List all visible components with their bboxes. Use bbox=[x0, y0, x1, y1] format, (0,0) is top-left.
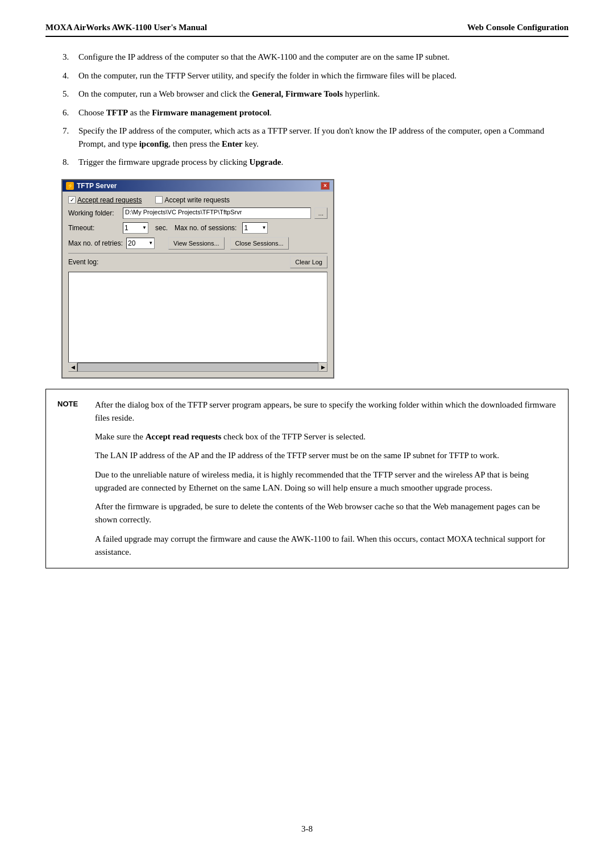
list-num-8: 8. bbox=[63, 156, 78, 169]
tftp-working-folder-row: Working folder: D:\My Projects\VC Projec… bbox=[68, 207, 327, 219]
list-num-6: 6. bbox=[63, 106, 78, 119]
note-para-5: After the firmware is upgraded, be sure … bbox=[95, 500, 557, 527]
sec-label: sec. bbox=[155, 224, 168, 232]
event-log-area bbox=[68, 272, 327, 363]
note-para-6: A failed upgrade may corrupt the firmwar… bbox=[95, 533, 557, 559]
list-text-3: Configure the IP address of the computer… bbox=[78, 51, 569, 64]
working-folder-value: D:\My Projects\VC Projects\TFTP\TftpSrvr bbox=[125, 209, 242, 215]
tftp-close-button[interactable]: × bbox=[321, 182, 330, 190]
max-sessions-dropdown[interactable]: 1 ▼ bbox=[242, 222, 268, 234]
tftp-body: ✓ Accept read requests Accept write requ… bbox=[63, 192, 333, 377]
note-box: NOTE After the dialog box of the TFTP se… bbox=[45, 389, 569, 569]
scroll-left-button[interactable]: ◀ bbox=[68, 363, 77, 372]
page-footer: 3-8 bbox=[45, 824, 569, 834]
timeout-dropdown[interactable]: 1 ▼ bbox=[123, 222, 148, 234]
list-item-7: 7. Specify the IP address of the compute… bbox=[63, 124, 569, 150]
accept-read-checkbox[interactable]: ✓ bbox=[68, 196, 76, 203]
timeout-label: Timeout: bbox=[68, 224, 119, 232]
tftp-separator bbox=[68, 253, 327, 254]
page-header: MOXA AirWorks AWK-1100 User's Manual Web… bbox=[45, 23, 569, 37]
tftp-scrollbar-row: ◀ ▶ bbox=[68, 363, 327, 372]
list-num-4: 4. bbox=[63, 69, 78, 82]
header-right: Web Console Configuration bbox=[467, 23, 569, 32]
list-item-3: 3. Configure the IP address of the compu… bbox=[63, 51, 569, 64]
accept-write-checkbox[interactable] bbox=[155, 196, 163, 203]
list-text-6: Choose TFTP as the Firmware management p… bbox=[78, 106, 569, 119]
note-para-3: The LAN IP address of the AP and the IP … bbox=[95, 449, 557, 462]
clear-log-button[interactable]: Clear Log bbox=[290, 256, 327, 268]
list-item-6: 6. Choose TFTP as the Firmware managemen… bbox=[63, 106, 569, 119]
tftp-title: TFTP Server bbox=[77, 182, 117, 190]
working-folder-input[interactable]: D:\My Projects\VC Projects\TFTP\TftpSrvr bbox=[123, 207, 311, 219]
accept-read-text: Accept read requests bbox=[77, 196, 142, 204]
list-text-7: Specify the IP address of the computer, … bbox=[78, 124, 569, 150]
page-number: 3-8 bbox=[301, 824, 313, 833]
browse-button[interactable]: ... bbox=[314, 207, 327, 219]
note-content: After the dialog box of the TFTP server … bbox=[95, 398, 557, 559]
note-para-4: Due to the unreliable nature of wireless… bbox=[95, 468, 557, 495]
list-item-5: 5. On the computer, run a Web browser an… bbox=[63, 88, 569, 101]
close-sessions-button[interactable]: Close Sessions... bbox=[230, 237, 289, 250]
scroll-right-button[interactable]: ▶ bbox=[318, 363, 327, 372]
list-item-4: 4. On the computer, run the TFTP Server … bbox=[63, 69, 569, 82]
accept-write-text: Accept write requests bbox=[164, 196, 230, 204]
list-num-3: 3. bbox=[63, 51, 78, 64]
note-label: NOTE bbox=[57, 400, 86, 408]
header-left: MOXA AirWorks AWK-1100 User's Manual bbox=[45, 23, 207, 32]
tftp-app-icon: ⚡ bbox=[66, 182, 74, 190]
tftp-max-retries-row: Max no. of retries: 20 ▼ View Sessions..… bbox=[68, 237, 327, 250]
note-para-2: Make sure the Accept read requests check… bbox=[95, 430, 557, 443]
scroll-track[interactable] bbox=[77, 363, 318, 372]
max-retries-label: Max no. of retries: bbox=[68, 239, 123, 247]
instructions-list: 3. Configure the IP address of the compu… bbox=[63, 51, 569, 169]
tftp-timeout-row: Timeout: 1 ▼ sec. Max no. of sessions: 1… bbox=[68, 222, 327, 234]
page: MOXA AirWorks AWK-1100 User's Manual Web… bbox=[0, 0, 614, 868]
max-sessions-value: 1 bbox=[244, 224, 248, 232]
tftp-dialog: ⚡ TFTP Server × ✓ Accept read requests A… bbox=[61, 179, 334, 379]
list-item-8: 8. Trigger the firmware upgrade process … bbox=[63, 156, 569, 169]
max-sessions-label: Max no. of sessions: bbox=[175, 224, 237, 232]
tftp-checkboxes-row: ✓ Accept read requests Accept write requ… bbox=[68, 196, 327, 204]
note-para-1: After the dialog box of the TFTP server … bbox=[95, 398, 557, 425]
accept-read-label[interactable]: ✓ Accept read requests bbox=[68, 196, 142, 204]
list-text-8: Trigger the firmware upgrade process by … bbox=[78, 156, 569, 169]
max-retries-arrow: ▼ bbox=[148, 240, 153, 246]
list-num-7: 7. bbox=[63, 124, 78, 138]
working-folder-label: Working folder: bbox=[68, 209, 119, 217]
event-log-label: Event log: bbox=[68, 258, 98, 266]
max-sessions-arrow: ▼ bbox=[262, 225, 266, 230]
view-sessions-button[interactable]: View Sessions... bbox=[168, 237, 225, 250]
list-num-5: 5. bbox=[63, 88, 78, 101]
timeout-arrow: ▼ bbox=[142, 225, 147, 230]
tftp-titlebar: ⚡ TFTP Server × bbox=[63, 180, 333, 192]
timeout-value: 1 bbox=[125, 224, 128, 232]
accept-write-label[interactable]: Accept write requests bbox=[155, 196, 230, 204]
tftp-titlebar-left: ⚡ TFTP Server bbox=[66, 182, 117, 190]
main-content: 3. Configure the IP address of the compu… bbox=[45, 51, 569, 804]
max-retries-dropdown[interactable]: 20 ▼ bbox=[126, 238, 155, 249]
tftp-event-log-header-row: Event log: Clear Log bbox=[68, 256, 327, 268]
list-text-4: On the computer, run the TFTP Server uti… bbox=[78, 69, 569, 82]
max-retries-value: 20 bbox=[128, 239, 135, 247]
list-text-5: On the computer, run a Web browser and c… bbox=[78, 88, 569, 101]
